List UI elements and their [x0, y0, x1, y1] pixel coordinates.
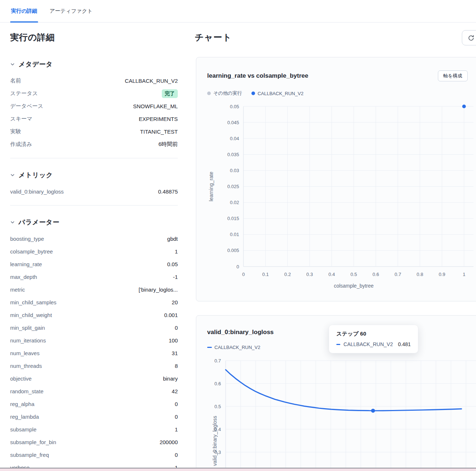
configure-axes-button[interactable]: 軸を構成	[438, 70, 468, 81]
metrics-section: メトリック valid_0:binary_logloss0.48875	[10, 171, 178, 198]
kv-row: objectivebinary	[10, 372, 178, 385]
series-dash-icon	[207, 347, 212, 348]
tooltip-series-name: CALLBACK_RUN_V2	[344, 341, 393, 347]
metadata-section-header[interactable]: メタデータ	[10, 60, 178, 69]
refresh-icon	[468, 35, 474, 41]
legend-label: CALLBACK_RUN_V2	[258, 91, 303, 96]
data-point[interactable]	[462, 105, 466, 108]
x-tick-label: 0.4	[328, 272, 335, 277]
kv-row: random_state42	[10, 385, 178, 398]
series-line[interactable]	[226, 370, 461, 411]
kv-row: min_split_gain0	[10, 321, 178, 334]
scatter-chart-legend: その他の実行CALLBACK_RUN_V2	[207, 90, 303, 97]
y-tick-label: 0.03	[230, 168, 239, 173]
y-tick-label: 0.005	[227, 248, 239, 253]
kv-value: 0.05	[167, 261, 178, 267]
tab-artifacts-label: アーティファクト	[50, 8, 93, 15]
legend-item[interactable]: その他の実行	[207, 90, 242, 97]
parameters-section-header[interactable]: パラメーター	[10, 218, 178, 227]
scatter-plot: 0.050.0450.040.0350.030.0250.020.0150.01…	[196, 101, 476, 301]
kv-value: 0	[175, 325, 178, 331]
legend-label: CALLBACK_RUN_V2	[214, 345, 260, 350]
x-tick-label: 0.1	[262, 272, 269, 277]
y-tick-label: 0.6	[214, 381, 221, 386]
kv-label: reg_alpha	[10, 401, 34, 407]
kv-label: 名前	[10, 77, 21, 84]
page-title: 実行の詳細	[10, 32, 178, 43]
y-tick-label: 0.01	[230, 232, 239, 237]
kv-label: num_leaves	[10, 350, 40, 356]
tooltip-series-value: 0.481	[398, 341, 411, 347]
kv-value: 8	[175, 363, 178, 369]
chart-tooltip: ステップ 60 CALLBACK_RUN_V2 0.481	[329, 325, 418, 353]
series-dash-icon	[336, 344, 340, 345]
kv-row: valid_0:binary_logloss0.48875	[10, 185, 178, 198]
y-tick-label: 0.035	[227, 152, 239, 157]
section-divider	[10, 205, 178, 206]
kv-label: colsample_bytree	[10, 248, 53, 255]
x-tick-label: 0.9	[439, 272, 445, 277]
kv-row: metric['binary_loglos...	[10, 283, 178, 296]
kv-row: 実験TITANIC_TEST	[10, 125, 178, 138]
y-tick-label: 0.045	[227, 120, 239, 125]
tab-artifacts[interactable]: アーティファクト	[49, 0, 93, 22]
x-tick-label: 0.3	[306, 272, 313, 277]
x-tick-label: 0.6	[373, 272, 379, 277]
parameters-rows: boosting_typegbdtcolsample_bytree1learni…	[10, 232, 178, 471]
kv-label: valid_0:binary_logloss	[10, 188, 64, 195]
metrics-section-header[interactable]: メトリック	[10, 171, 178, 179]
kv-row: min_child_weight0.001	[10, 309, 178, 321]
kv-label: スキーマ	[10, 115, 32, 122]
line-chart-title: valid_0:binary_logloss	[207, 329, 274, 336]
kv-label: subsample_freq	[10, 452, 49, 458]
kv-value: 20	[172, 299, 178, 305]
status-badge: 完了	[162, 89, 178, 98]
kv-row: subsample_for_bin200000	[10, 436, 178, 448]
series-dot-icon	[207, 92, 211, 95]
x-tick-label: 0.8	[416, 272, 423, 277]
section-divider	[10, 158, 178, 158]
y-tick-label: 0.04	[230, 136, 239, 141]
kv-row: boosting_typegbdt	[10, 232, 178, 245]
refresh-button[interactable]	[462, 30, 476, 45]
x-axis-label: colsample_bytree	[334, 283, 374, 289]
kv-value: 0	[175, 401, 178, 407]
series-dot-icon	[251, 92, 255, 95]
scatter-chart-title: learning_rate vs colsample_bytree	[207, 72, 308, 80]
scatter-chart-card: learning_rate vs colsample_bytree 軸を構成 そ…	[196, 57, 476, 301]
kv-row: learning_rate0.05	[10, 258, 178, 271]
horizontal-scrollbar[interactable]	[0, 468, 476, 471]
y-axis-label: learning_rate	[208, 171, 214, 201]
kv-value: 1	[175, 248, 178, 255]
kv-row: num_leaves31	[10, 347, 178, 360]
kv-row: num_iterations100	[10, 334, 178, 347]
kv-label: min_child_samples	[10, 299, 57, 305]
legend-item[interactable]: CALLBACK_RUN_V2	[207, 345, 260, 350]
chevron-down-icon	[10, 62, 15, 67]
x-tick-label: 0	[242, 272, 245, 277]
kv-value: 100	[169, 337, 178, 344]
kv-row: min_child_samples20	[10, 296, 178, 309]
kv-row: ステータス完了	[10, 87, 178, 100]
highlighted-data-point[interactable]	[371, 409, 375, 413]
y-tick-label: 0.5	[214, 404, 221, 409]
kv-value: 42	[172, 388, 178, 394]
tab-run-details-label: 実行の詳細	[11, 8, 37, 15]
kv-value: EXPERIMENTS	[139, 116, 178, 122]
kv-label: min_split_gain	[10, 325, 45, 331]
run-details-panel: 実行の詳細 メタデータ 名前CALLBACK_RUN_V2ステータス完了データベ…	[10, 27, 178, 471]
kv-value: 0.48875	[158, 188, 178, 195]
kv-label: 実験	[10, 128, 21, 135]
kv-value: 0	[175, 452, 178, 458]
kv-row: データベースSNOWFLAKE_ML	[10, 100, 178, 113]
metadata-section: メタデータ 名前CALLBACK_RUN_V2ステータス完了データベースSNOW…	[10, 60, 178, 151]
kv-label: metric	[10, 287, 25, 293]
y-tick-label: 0.7	[214, 358, 221, 364]
legend-item[interactable]: CALLBACK_RUN_V2	[251, 91, 303, 96]
kv-label: boosting_type	[10, 236, 44, 242]
kv-row: 名前CALLBACK_RUN_V2	[10, 74, 178, 87]
tab-run-details[interactable]: 実行の詳細	[10, 0, 38, 22]
kv-row: 作成済み6時間前	[10, 138, 178, 151]
kv-row: reg_lambda0	[10, 410, 178, 423]
parameters-section-title: パラメーター	[19, 218, 60, 227]
